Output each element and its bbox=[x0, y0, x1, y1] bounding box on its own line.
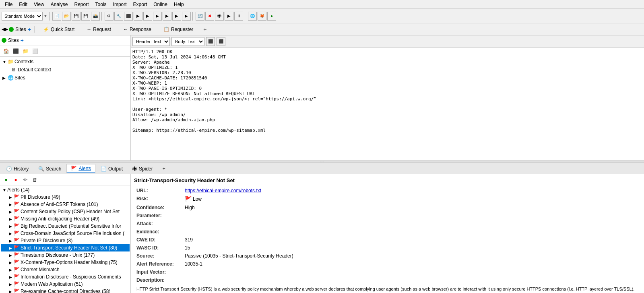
toolbar-btn5[interactable]: ▶ bbox=[143, 12, 152, 21]
toolbar-scan-btn[interactable]: ▶ bbox=[225, 12, 233, 21]
alert-expand-11[interactable]: ▶ bbox=[9, 275, 13, 279]
alert-expand-4[interactable]: ▶ bbox=[9, 224, 13, 229]
alerts-stop-btn[interactable]: ● bbox=[11, 175, 20, 184]
menu-import[interactable]: Import bbox=[110, 1, 130, 8]
alert-expand-9[interactable]: ▶ bbox=[9, 260, 13, 265]
alerts-root-item[interactable]: ▼ Alerts (14) bbox=[1, 186, 130, 193]
alert-expand-6[interactable]: ▶ bbox=[9, 239, 13, 243]
header-format-select[interactable]: Header: Text bbox=[132, 37, 170, 46]
alert-item-6[interactable]: ▶ 🚩 Private IP Disclosure (3) bbox=[1, 237, 130, 244]
alert-item-4[interactable]: ▶ 🚩 Big Redirect Detected (Potential Sen… bbox=[1, 222, 130, 230]
tree-default-context[interactable]: 🖥 Default Context bbox=[1, 66, 130, 74]
menu-view[interactable]: View bbox=[31, 1, 47, 8]
alert-expand-8[interactable]: ▶ bbox=[9, 253, 13, 258]
toolbar-save-all-btn[interactable]: 💾 bbox=[81, 12, 90, 21]
sites-add-btn[interactable]: + bbox=[28, 26, 31, 33]
sidebar-fwd-btn[interactable]: 📁 bbox=[21, 47, 30, 56]
alert-item-12[interactable]: ▶ 🚩 Modern Web Application (51) bbox=[1, 281, 130, 288]
toolbar-btn1[interactable]: ⚙ bbox=[105, 12, 114, 21]
tree-sites[interactable]: ▶ 🌐 Sites bbox=[1, 74, 130, 82]
alerts-play-btn[interactable]: ● bbox=[2, 175, 10, 184]
tab-response[interactable]: ← Response bbox=[118, 25, 157, 34]
alert-expand-10[interactable]: ▶ bbox=[9, 268, 13, 272]
alert-expand-5[interactable]: ▶ bbox=[9, 231, 13, 236]
bottom-tab-alerts[interactable]: 🚩 Alerts bbox=[66, 164, 95, 173]
alert-expand-3[interactable]: ▶ bbox=[9, 217, 13, 221]
alert-icon-13: 🚩 bbox=[14, 289, 20, 293]
alert-item-0[interactable]: ▶ 🚩 PII Disclosure (49) bbox=[1, 193, 130, 201]
bottom-tab-history[interactable]: 🕐 History bbox=[2, 164, 33, 173]
sidebar-home-btn[interactable]: 🏠 bbox=[2, 47, 10, 56]
alert-expand-13[interactable]: ▶ bbox=[9, 289, 13, 293]
spider-icon: 🕷 bbox=[132, 166, 137, 172]
toolbar-btn4[interactable]: ▶ bbox=[134, 12, 142, 21]
menu-export[interactable]: Export bbox=[130, 1, 151, 8]
alert-item-13[interactable]: ▶ 🚩 Re-examine Cache-control Directives … bbox=[1, 288, 130, 293]
alert-item-3[interactable]: ▶ 🚩 Missing Anti-clickjacking Header (49… bbox=[1, 215, 130, 222]
alert-icon-12: 🚩 bbox=[14, 281, 20, 287]
menu-tools[interactable]: Tools bbox=[92, 1, 110, 8]
alert-item-9[interactable]: ▶ 🚩 X-Content-Type-Options Header Missin… bbox=[1, 259, 130, 266]
toolbar-new-btn[interactable]: 📄 bbox=[52, 12, 61, 21]
alerts-root-expand[interactable]: ▼ bbox=[2, 188, 6, 192]
alert-item-7[interactable]: ▶ 🚩 Strict-Transport-Security Header Not… bbox=[1, 244, 130, 251]
sites-expand-icon[interactable]: ▶ bbox=[2, 76, 6, 80]
alerts-delete-btn[interactable]: 🗑 bbox=[31, 175, 39, 184]
alert-expand-0[interactable]: ▶ bbox=[9, 195, 13, 199]
alert-item-2[interactable]: ▶ 🚩 Content Security Policy (CSP) Header… bbox=[1, 208, 130, 215]
toolbar-globe-btn[interactable]: 🌐 bbox=[248, 12, 257, 21]
toolbar-refresh-btn[interactable]: 🔄 bbox=[196, 12, 204, 21]
toolbar-circle-btn[interactable]: ● bbox=[267, 12, 276, 21]
bottom-tab-spider[interactable]: 🕷 Spider bbox=[128, 164, 157, 173]
alert-item-1[interactable]: ▶ 🚩 Absence of Anti-CSRF Tokens (101) bbox=[1, 201, 130, 208]
sidebar-sites-btn[interactable]: Sites bbox=[8, 37, 19, 43]
alert-expand-1[interactable]: ▶ bbox=[9, 202, 13, 207]
toolbar-open-btn[interactable]: 📂 bbox=[62, 12, 71, 21]
tree-contexts[interactable]: ▼ 📁 Contexts bbox=[1, 58, 130, 66]
bottom-tab-output[interactable]: 📄 Output bbox=[96, 164, 127, 173]
alert-item-11[interactable]: ▶ 🚩 Information Disclosure - Suspicious … bbox=[1, 273, 130, 281]
contexts-expand-icon[interactable]: ▼ bbox=[2, 60, 6, 64]
alert-expand-12[interactable]: ▶ bbox=[9, 282, 13, 287]
alert-expand-7[interactable]: ▶ bbox=[9, 246, 13, 250]
menu-report[interactable]: Report bbox=[71, 1, 92, 8]
sidebar-add-btn[interactable]: + bbox=[21, 37, 24, 44]
input-vector-label: Input Vector: bbox=[134, 268, 182, 276]
body-format-select[interactable]: Body: Text bbox=[171, 37, 204, 46]
toolbar-btn3[interactable]: ⬛ bbox=[124, 12, 133, 21]
sidebar-expand-btn[interactable]: ⬜ bbox=[31, 47, 39, 56]
mode-select[interactable]: Standard Mode bbox=[2, 12, 43, 21]
toolbar-btn7[interactable]: ▶ bbox=[163, 12, 171, 21]
alert-item-10[interactable]: ▶ 🚩 Charset Mismatch bbox=[1, 266, 130, 273]
alert-item-8[interactable]: ▶ 🚩 Timestamp Disclosure - Unix (177) bbox=[1, 251, 130, 259]
alert-expand-2[interactable]: ▶ bbox=[9, 210, 13, 214]
menu-help[interactable]: Help bbox=[171, 1, 187, 8]
toolbar-btn6[interactable]: ▶ bbox=[153, 12, 162, 21]
menu-analyse[interactable]: Analyse bbox=[47, 1, 71, 8]
view-split-btn[interactable]: ⬛ bbox=[206, 37, 215, 46]
toolbar-snapshot-btn[interactable]: 📸 bbox=[91, 12, 100, 21]
bottom-tab-search[interactable]: 🔍 Search bbox=[34, 164, 66, 173]
view-full-btn[interactable]: ⬛ bbox=[217, 37, 225, 46]
bottom-tab-add[interactable]: + bbox=[158, 164, 170, 173]
url-value[interactable]: https://ethical-empire.com/robots.txt bbox=[182, 187, 641, 195]
menu-file[interactable]: File bbox=[2, 1, 16, 8]
toolbar-pause-btn[interactable]: ⏸ bbox=[234, 12, 243, 21]
toolbar-btn8[interactable]: ▶ bbox=[172, 12, 181, 21]
sidebar-back-btn[interactable]: ⬛ bbox=[11, 47, 20, 56]
alert-item-5[interactable]: ▶ 🚩 Cross-Domain JavaScript Source File … bbox=[1, 230, 130, 237]
toolbar-btn9[interactable]: ▶ bbox=[182, 12, 191, 21]
toolbar-firefox-btn[interactable]: 🦊 bbox=[258, 12, 266, 21]
toolbar-spider-btn[interactable]: 🕷 bbox=[215, 12, 224, 21]
tab-request[interactable]: → Request bbox=[81, 25, 116, 34]
menu-edit[interactable]: Edit bbox=[16, 1, 31, 8]
toolbar-stop-btn[interactable]: ✖ bbox=[205, 12, 214, 21]
alerts-edit-btn[interactable]: ✏ bbox=[21, 175, 30, 184]
sites-label[interactable]: Sites bbox=[15, 27, 26, 32]
menu-online[interactable]: Online bbox=[150, 1, 171, 8]
tab-quick-start[interactable]: ⚡ Quick Start bbox=[38, 25, 80, 34]
tab-requester[interactable]: 📋 Requester bbox=[158, 25, 198, 34]
tab-add-btn[interactable]: + bbox=[200, 25, 210, 34]
toolbar-btn2[interactable]: 🔧 bbox=[114, 12, 123, 21]
toolbar-save-btn[interactable]: 💾 bbox=[72, 12, 80, 21]
